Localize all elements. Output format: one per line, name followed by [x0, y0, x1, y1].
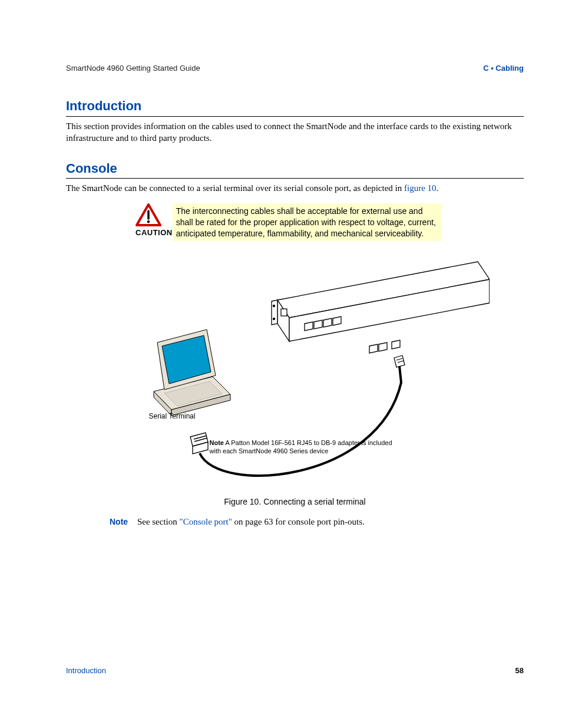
db9-connector-icon — [190, 433, 208, 454]
header-right: C • Cabling — [483, 64, 524, 73]
heading-rule-2 — [66, 178, 524, 179]
figure-caption: Figure 10. Connecting a serial terminal — [66, 497, 524, 506]
heading-rule — [66, 116, 524, 117]
svg-marker-16 — [333, 317, 341, 325]
svg-marker-15 — [323, 318, 332, 327]
caution-label: CAUTION — [135, 228, 173, 237]
page-note-suffix: on page 63 for console port pin-outs. — [232, 517, 365, 526]
page-footer: Introduction 58 — [66, 666, 524, 675]
console-body-prefix: The SmartNode can be connected to a seri… — [66, 183, 404, 193]
caution-block: CAUTION The interconnecting cables shall… — [135, 203, 442, 242]
figure-note-label: Note — [210, 439, 224, 446]
page-note-prefix: See section — [137, 517, 180, 526]
page-note: Note See section "Console port" on page … — [110, 517, 524, 527]
figure-inline-note: Note A Patton Model 16F-561 RJ45 to DB-9… — [210, 439, 404, 454]
svg-marker-17 — [369, 344, 378, 353]
header-left: SmartNode 4960 Getting Started Guide — [66, 64, 200, 73]
caution-text: The interconnecting cables shall be acce… — [173, 203, 442, 242]
svg-marker-18 — [379, 342, 387, 351]
figure-terminal-label: Serial Terminal — [149, 412, 196, 420]
console-body-suffix: . — [437, 183, 439, 193]
heading-introduction: Introduction — [66, 98, 524, 114]
svg-marker-30 — [394, 355, 405, 367]
svg-marker-19 — [392, 340, 400, 349]
svg-point-8 — [273, 318, 275, 320]
svg-point-2 — [147, 220, 150, 223]
laptop-icon — [154, 330, 230, 416]
intro-body: This section provides information on the… — [66, 120, 524, 144]
footer-left: Introduction — [66, 666, 106, 675]
footer-page-number: 58 — [515, 666, 524, 675]
cable — [200, 366, 401, 476]
svg-point-7 — [273, 305, 275, 307]
page-note-label: Note — [110, 517, 128, 526]
caution-icon-col: CAUTION — [135, 203, 173, 237]
page-header: SmartNode 4960 Getting Started Guide C •… — [66, 64, 524, 73]
svg-rect-12 — [281, 309, 287, 316]
figure-diagram — [101, 247, 490, 495]
svg-marker-6 — [272, 300, 277, 325]
caution-triangle-icon — [135, 203, 161, 227]
svg-marker-13 — [305, 322, 313, 331]
rj45-plug-icon — [394, 355, 405, 367]
figure-note-text: A Patton Model 16F-561 RJ45 to DB-9 adap… — [210, 439, 392, 454]
console-port-link[interactable]: "Console port" — [180, 517, 232, 526]
console-body: The SmartNode can be connected to a seri… — [66, 182, 524, 194]
svg-marker-14 — [314, 320, 322, 329]
figure-10: Serial Terminal Note A Patton Model 16F-… — [101, 247, 490, 495]
heading-console: Console — [66, 161, 524, 176]
figure-link[interactable]: figure 10 — [404, 183, 437, 193]
